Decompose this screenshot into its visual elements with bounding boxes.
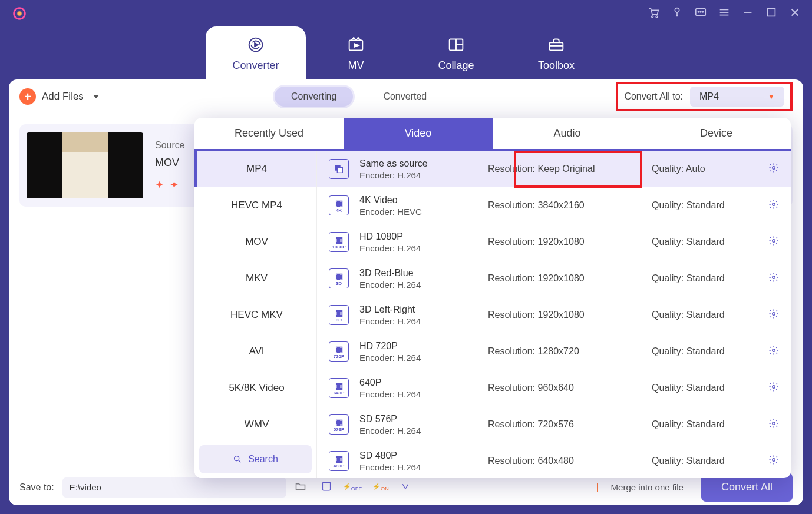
tab-converter[interactable]: Converter [206,26,306,79]
preset-resolution: Resolution: 1920x1080 [488,273,641,284]
search-button[interactable]: Search [199,445,312,473]
format-item-5k-8k-video[interactable]: 5K/8K Video [194,370,316,406]
format-popup: Recently Used Video Audio Device MP4HEVC… [194,118,791,478]
preset-row[interactable]: ▦1080PHD 1080PEncoder: H.264Resolution: … [317,224,791,260]
format-item-mkv[interactable]: MKV [194,260,316,297]
preset-name: 4K Video [359,195,477,205]
chevron-down-icon [92,91,100,102]
popup-tabs: Recently Used Video Audio Device [194,118,791,151]
svg-point-37 [773,386,775,389]
preset-encoder: Encoder: H.264 [359,389,477,399]
preset-row[interactable]: Same as sourceEncoder: H.264Resolution: … [317,151,791,187]
cart-icon[interactable] [647,6,660,21]
convert-all-selector: Convert All to: MP4 ▼ [616,82,793,111]
preset-format-icon: ▦3D [329,268,349,288]
gear-icon[interactable] [768,382,779,394]
preset-row[interactable]: ▦640P640PEncoder: H.264Resolution: 960x6… [317,370,791,406]
preset-format-icon: ▦4K [329,195,349,215]
merge-toggle[interactable]: Merge into one file [597,482,684,492]
gear-icon[interactable] [768,236,779,248]
tab-toolbox[interactable]: Toolbox [506,26,606,79]
convert-all-dropdown[interactable]: MP4 ▼ [690,87,784,107]
app-logo-icon [11,5,28,22]
gear-icon[interactable] [768,309,779,321]
feedback-icon[interactable] [694,6,707,21]
preset-resolution: Resolution: 1920x1080 [488,237,641,247]
preset-row[interactable]: ▦3D3D Left-RightEncoder: H.264Resolution… [317,297,791,333]
preset-name-column: SD 480PEncoder: H.264 [359,450,477,472]
preset-quality: Quality: Standard [652,419,758,430]
browse-folder-icon[interactable] [295,480,306,495]
gear-icon[interactable] [768,163,779,175]
preset-encoder: Encoder: H.264 [359,243,477,253]
preset-row[interactable]: ▦3D3D Red-BlueEncoder: H.264Resolution: … [317,260,791,297]
gear-icon[interactable] [768,345,779,358]
tab-audio[interactable]: Audio [493,118,642,149]
format-item-mov[interactable]: MOV [194,224,316,260]
svg-point-34 [773,276,775,279]
video-thumbnail[interactable] [27,132,143,198]
toolbar: + Add Files Converting Converted Convert… [9,79,803,114]
format-item-hevc-mkv[interactable]: HEVC MKV [194,297,316,333]
tab-mv[interactable]: MV [306,26,406,79]
minimize-icon[interactable] [741,6,754,21]
tab-device[interactable]: Device [642,118,791,149]
preset-resolution: Resolution: 640x480 [488,456,641,466]
preset-row[interactable]: ▦480PSD 480PEncoder: H.264Resolution: 64… [317,443,791,478]
format-item-avi[interactable]: AVI [194,333,316,370]
preset-resolution: Resolution: 1920x1080 [488,310,641,320]
add-files-label: Add Files [42,91,84,102]
format-sidebar: MP4HEVC MP4MOVMKVHEVC MKVAVI5K/8K VideoW… [194,151,317,478]
preset-row[interactable]: ▦4K4K VideoEncoder: HEVCResolution: 3840… [317,187,791,224]
preset-name-column: 640PEncoder: H.264 [359,377,477,399]
close-icon[interactable] [788,6,801,21]
preset-quality: Quality: Standard [652,273,758,284]
preset-row[interactable]: ▦720PHD 720PEncoder: H.264Resolution: 12… [317,333,791,370]
preset-format-icon [329,159,349,179]
svg-marker-19 [354,44,359,47]
preset-name-column: SD 576PEncoder: H.264 [359,414,477,436]
gear-icon[interactable] [768,199,779,212]
preset-name-column: 3D Left-RightEncoder: H.264 [359,304,477,326]
gear-icon[interactable] [768,418,779,431]
tab-converted[interactable]: Converted [367,87,443,107]
preset-name-column: 4K VideoEncoder: HEVC [359,195,477,217]
caret-down-icon: ▼ [768,92,775,101]
preset-name: 3D Left-Right [359,304,477,315]
format-item-wmv[interactable]: WMV [194,406,316,440]
maximize-icon[interactable] [765,6,778,21]
merge-label: Merge into one file [611,482,684,492]
preset-resolution: Resolution: 3840x2160 [488,200,641,211]
compress-icon[interactable] [321,480,332,494]
add-files-button[interactable]: + Add Files [19,88,100,105]
format-item-hevc-mp4[interactable]: HEVC MP4 [194,187,316,224]
tab-label: Collage [438,59,474,72]
svg-point-4 [675,8,679,12]
popup-body: MP4HEVC MP4MOVMKVHEVC MKVAVI5K/8K VideoW… [194,151,791,478]
settings-icon[interactable] [400,480,411,494]
tab-collage[interactable]: Collage [406,26,506,79]
preset-format-icon: ▦1080P [329,232,349,252]
format-item-mp4[interactable]: MP4 [194,151,316,187]
preset-quality: Quality: Auto [652,164,758,174]
preset-row[interactable]: ▦576PSD 576PEncoder: H.264Resolution: 72… [317,406,791,443]
svg-rect-13 [768,8,775,16]
effects-icon[interactable]: ✦ [155,178,164,191]
save-path-input[interactable] [62,477,286,498]
hw-on-icon[interactable]: ⚡ON [372,483,389,492]
tab-video[interactable]: Video [344,118,493,149]
preset-list[interactable]: Same as sourceEncoder: H.264Resolution: … [317,151,791,478]
hw-off-icon[interactable]: ⚡OFF [343,483,362,492]
key-icon[interactable] [671,6,684,21]
gear-icon[interactable] [768,272,779,285]
preset-name-column: HD 1080PEncoder: H.264 [359,231,477,253]
source-label: Source [155,140,185,151]
svg-point-32 [773,203,775,206]
status-tabs: Converting Converted [100,85,616,108]
tab-recently-used[interactable]: Recently Used [194,118,344,149]
effects-icon-2[interactable]: ✦ [170,178,179,191]
menu-icon[interactable] [718,6,731,21]
gear-icon[interactable] [768,455,779,467]
tab-converting[interactable]: Converting [275,87,353,107]
preset-name: SD 480P [359,450,477,461]
